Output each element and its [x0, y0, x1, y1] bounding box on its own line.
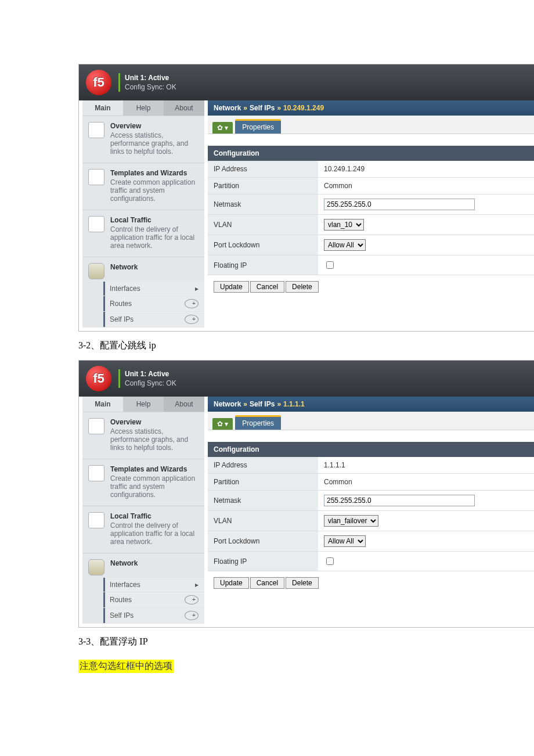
tab-main[interactable]: Main	[82, 397, 123, 412]
f5-logo: f5	[86, 70, 111, 95]
caption-3-3: 3-3、配置浮动 IP	[78, 636, 534, 648]
sub-routes[interactable]: Routes+	[103, 592, 204, 607]
status-block: Unit 1: Active Config Sync: OK	[118, 73, 176, 92]
app-screenshot-2: f5 Unit 1: Active Config Sync: OK Main H…	[78, 360, 534, 628]
sub-routes[interactable]: Routes+	[103, 296, 204, 311]
nav-network[interactable]: Network	[82, 553, 204, 578]
nav-network[interactable]: Network	[82, 257, 204, 282]
plus-icon: +	[185, 611, 199, 620]
content-area: Network»Self IPs»10.249.1.249 ✿ ▾ Proper…	[208, 100, 534, 298]
templates-icon	[88, 465, 104, 481]
nav-network-sub: Interfaces▸ Routes+ Self IPs+	[82, 578, 204, 623]
nav-overview[interactable]: OverviewAccess statistics, performance g…	[82, 116, 204, 163]
tab-help[interactable]: Help	[123, 397, 164, 412]
plus-icon: +	[185, 299, 199, 308]
network-icon	[88, 559, 104, 575]
sub-selfips[interactable]: Self IPs+	[103, 312, 204, 327]
nav-overview[interactable]: OverviewAccess statistics, performance g…	[82, 412, 204, 459]
label-netmask: Netmask	[208, 195, 318, 215]
plus-icon: +	[185, 595, 199, 604]
label-netmask: Netmask	[208, 491, 318, 511]
overview-icon	[88, 122, 104, 138]
content-tabbar: ✿ ▾ Properties	[208, 116, 534, 134]
label-vlan: VLAN	[208, 215, 318, 235]
tab-properties[interactable]: Properties	[235, 119, 281, 134]
app-header: f5 Unit 1: Active Config Sync: OK	[79, 64, 534, 100]
section-configuration: Configuration	[208, 146, 534, 161]
cancel-button[interactable]: Cancel	[250, 281, 284, 293]
label-partition: Partition	[208, 474, 318, 491]
nav-local-traffic[interactable]: Local TrafficControl the delivery of app…	[82, 506, 204, 553]
tab-main[interactable]: Main	[82, 100, 123, 116]
vlan-select[interactable]: vlan_failover	[324, 515, 378, 527]
sync-status: Config Sync: OK	[125, 379, 176, 388]
label-portlockdown: Port Lockdown	[208, 235, 318, 255]
floatingip-checkbox[interactable]	[326, 557, 334, 565]
overview-icon	[88, 418, 104, 434]
status-block: Unit 1: Active Config Sync: OK	[118, 369, 176, 388]
vlan-select[interactable]: vlan_10	[324, 219, 364, 231]
breadcrumb: Network»Self IPs»10.249.1.249	[208, 100, 534, 116]
value-partition: Common	[318, 178, 534, 195]
caption-3-2: 3-2、配置心跳线 ip	[78, 340, 534, 352]
netmask-input[interactable]	[324, 495, 475, 506]
sub-interfaces[interactable]: Interfaces▸	[103, 282, 204, 296]
highlight-note: 注意勾选红框中的选项	[78, 660, 174, 673]
floatingip-checkbox[interactable]	[326, 261, 334, 269]
app-header: f5 Unit 1: Active Config Sync: OK	[79, 361, 534, 397]
update-button[interactable]: Update	[214, 577, 249, 589]
unit-status: Unit 1: Active	[125, 369, 176, 379]
label-portlockdown: Port Lockdown	[208, 531, 318, 552]
chevron-right-icon: ▸	[190, 285, 199, 293]
value-partition: Common	[318, 474, 534, 491]
content-area: Network»Self IPs»1.1.1.1 ✿ ▾ Properties …	[208, 397, 534, 595]
value-ip: 10.249.1.249	[318, 161, 534, 178]
content-tabbar: ✿ ▾ Properties	[208, 412, 534, 430]
gear-menu[interactable]: ✿ ▾	[212, 418, 233, 430]
unit-status: Unit 1: Active	[125, 73, 176, 82]
local-traffic-icon	[88, 216, 104, 232]
side-tabs: Main Help About	[82, 397, 204, 412]
label-ip: IP Address	[208, 161, 318, 178]
label-partition: Partition	[208, 178, 318, 195]
config-table: IP Address1.1.1.1 PartitionCommon Netmas…	[208, 457, 534, 571]
label-floatingip: Floating IP	[208, 255, 318, 275]
value-ip: 1.1.1.1	[318, 457, 534, 474]
sidebar: Main Help About OverviewAccess statistic…	[82, 397, 204, 624]
tab-properties[interactable]: Properties	[235, 415, 281, 430]
cancel-button[interactable]: Cancel	[250, 577, 284, 589]
update-button[interactable]: Update	[214, 281, 249, 293]
sub-selfips[interactable]: Self IPs+	[103, 608, 204, 623]
tab-about[interactable]: About	[164, 397, 204, 412]
label-ip: IP Address	[208, 457, 318, 474]
side-tabs: Main Help About	[82, 100, 204, 116]
gear-menu[interactable]: ✿ ▾	[212, 122, 233, 134]
templates-icon	[88, 169, 104, 185]
nav-local-traffic[interactable]: Local TrafficControl the delivery of app…	[82, 210, 204, 257]
nav-templates[interactable]: Templates and WizardsCreate common appli…	[82, 163, 204, 210]
network-icon	[88, 263, 104, 279]
action-buttons: UpdateCancelDelete	[208, 275, 534, 298]
f5-logo: f5	[86, 366, 111, 391]
nav-templates[interactable]: Templates and WizardsCreate common appli…	[82, 459, 204, 506]
section-configuration: Configuration	[208, 442, 534, 457]
action-buttons: UpdateCancelDelete	[208, 571, 534, 595]
delete-button[interactable]: Delete	[286, 577, 319, 589]
label-floatingip: Floating IP	[208, 552, 318, 571]
breadcrumb: Network»Self IPs»1.1.1.1	[208, 397, 534, 412]
sidebar: Main Help About OverviewAccess statistic…	[82, 100, 204, 327]
nav-network-sub: Interfaces▸ Routes+ Self IPs+	[82, 282, 204, 327]
app-screenshot-1: f5 Unit 1: Active Config Sync: OK Main H…	[78, 64, 534, 332]
tab-help[interactable]: Help	[123, 100, 164, 116]
config-table: IP Address10.249.1.249 PartitionCommon N…	[208, 161, 534, 275]
plus-icon: +	[185, 315, 199, 324]
netmask-input[interactable]	[324, 199, 475, 210]
sub-interfaces[interactable]: Interfaces▸	[103, 578, 204, 592]
portlockdown-select[interactable]: Allow All	[324, 239, 366, 251]
local-traffic-icon	[88, 512, 104, 528]
chevron-right-icon: ▸	[190, 581, 199, 589]
sync-status: Config Sync: OK	[125, 82, 176, 92]
delete-button[interactable]: Delete	[286, 281, 319, 293]
tab-about[interactable]: About	[164, 100, 204, 116]
portlockdown-select[interactable]: Allow All	[324, 535, 366, 547]
